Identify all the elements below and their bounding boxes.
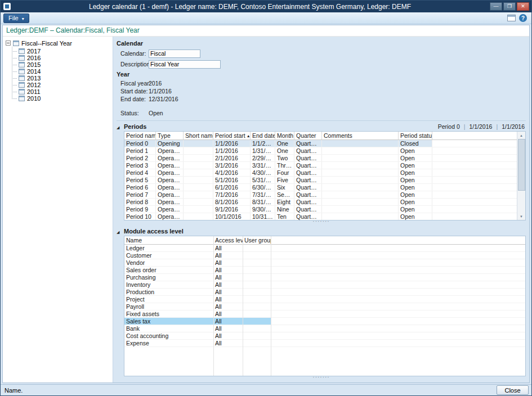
tree-year-label: 2013 [27,75,41,82]
scroll-thumb[interactable] [518,139,525,191]
grid-row-6[interactable]: Period 6Operating6/1/20166/30/2016SixQua… [124,184,525,191]
row-filler [432,206,525,213]
grid-row-6[interactable]: ProductionAll [124,289,525,296]
scroll-down-icon[interactable] [517,213,525,220]
grid-cell: Quarter 2 [294,177,322,183]
file-menu-button[interactable]: File [3,14,29,23]
grid-row-5[interactable]: Period 5Operating5/1/20165/31/2016FiveQu… [124,177,525,184]
tree-item-year-2013[interactable]: 2013 [19,75,113,82]
grid-cell: All [213,289,243,295]
tree-item-year-2017[interactable]: 2017 [19,48,113,55]
detail-panel: Calendar Calendar: Description: Year Fis… [113,37,529,382]
tree-item-year-2011[interactable]: 2011 [19,88,113,95]
tree-root-node[interactable]: Fiscal--Fiscal Year [6,39,113,47]
column-header-period-start[interactable]: Period start▲ [213,132,251,140]
grid-cell [243,245,271,251]
collapse-triangle-icon[interactable] [117,123,121,130]
grid-cell: Inventory [124,281,213,288]
column-header-type[interactable]: Type [156,132,184,140]
grid-cell: Period 9 [124,206,156,213]
column-header-name[interactable]: Name [124,236,213,244]
row-filler [271,245,525,251]
grid-cell: Ten [275,213,294,220]
tree-year-label: 2014 [27,68,41,75]
maximize-button[interactable]: ❐ [503,2,516,11]
grid-row-9[interactable]: Fixed assetsAll [124,310,525,318]
separator: | [496,123,498,130]
row-filler [271,340,525,346]
header-filler [271,236,525,244]
column-header-user-group[interactable]: User group [243,236,271,244]
grid-row-8[interactable]: PayrollAll [124,303,525,310]
close-window-button[interactable]: ✕ [517,2,529,11]
help-icon[interactable] [519,14,527,22]
grid-cell [243,289,271,295]
grid-cell [243,303,271,310]
grid-cell: Period 2 [124,155,156,161]
grid-row-1[interactable]: Period 1Operating1/1/20161/31/2016OneQua… [124,147,525,155]
collapse-triangle-icon[interactable] [117,228,121,235]
grid-row-10[interactable]: Period 10Operating10/1/201610/31/2016Ten… [124,213,525,220]
grid-row-4[interactable]: Period 4Operating4/1/20164/30/2016FourQu… [124,169,525,177]
grid-row-1[interactable]: CustomerAll [124,252,525,259]
grid-row-4[interactable]: PurchasingAll [124,274,525,281]
splitter-grip[interactable] [117,220,526,226]
scroll-up-icon[interactable] [517,132,525,139]
row-filler [271,332,525,339]
splitter-grip[interactable] [117,376,526,381]
grid-cell: 2/1/2016 [213,155,251,161]
toolbar-icons [507,14,529,22]
grid-row-5[interactable]: InventoryAll [124,281,525,289]
grid-cell: 5/1/2016 [213,177,251,183]
column-header-comments[interactable]: Comments [322,132,399,140]
grid-row-3[interactable]: Sales orderAll [124,267,525,274]
grid-row-0[interactable]: Period 0Opening1/1/20161/1/2016OneQuarte… [124,140,525,147]
tree-item-year-2016[interactable]: 2016 [19,55,113,61]
description-input[interactable] [149,60,221,69]
grid-row-8[interactable]: Period 8Operating8/1/20168/31/2016EightQ… [124,199,525,206]
column-header-quarter[interactable]: Quarter [294,132,322,140]
window-layout-icon[interactable] [507,15,516,21]
grid-row-3[interactable]: Period 3Operating3/1/20163/31/2016ThreeQ… [124,162,525,169]
grid-cell: 8/31/2016 [251,199,275,205]
tree-item-year-2012[interactable]: 2012 [19,82,113,88]
column-header-access-level[interactable]: Access level [213,236,243,244]
grid-cell: Operating [156,177,184,183]
column-header-period-status[interactable]: Period status [399,132,432,140]
grid-row-12[interactable]: Cost accountingAll [124,332,525,340]
grid-cell: 4/30/2016 [251,169,275,176]
grid-row-7[interactable]: ProjectAll [124,296,525,303]
calendar-icon [19,69,25,74]
grid-cell [184,184,213,191]
grid-row-9[interactable]: Period 9Operating9/1/20169/30/2016NineQu… [124,206,525,213]
grid-cell [184,177,213,183]
close-button[interactable]: Close [497,385,529,395]
grid-row-13[interactable]: ExpenseAll [124,340,525,347]
grid-row-11[interactable]: BankAll [124,325,525,332]
column-header-short-name[interactable]: Short name [184,132,213,140]
body-row: Fiscal--Fiscal Year 20172016201520142013… [3,36,529,382]
grid-row-2[interactable]: Period 2Operating2/1/20162/29/2016TwoQua… [124,155,525,162]
column-header-month[interactable]: Month [275,132,294,140]
collapse-toggle-icon[interactable] [6,40,11,46]
grid-cell: Four [275,169,294,176]
periods-scrollbar[interactable] [517,132,525,220]
column-header-end-date[interactable]: End date [251,132,275,140]
grid-row-0[interactable]: LedgerAll [124,245,525,252]
row-filler [432,169,525,176]
calendar-input[interactable] [149,50,200,58]
calendar-field-row: Calendar: [120,49,526,58]
grid-cell [243,267,271,273]
tree-year-label: 2010 [27,95,41,102]
column-header-period-name[interactable]: Period name [124,132,156,140]
grid-cell [243,296,271,303]
grid-row-7[interactable]: Period 7Operating7/1/20167/31/2016SevenQ… [124,191,525,199]
minimize-button[interactable]: — [490,2,502,11]
grid-row-2[interactable]: VendorAll [124,259,525,267]
tree-item-year-2010[interactable]: 2010 [19,95,113,102]
tree-item-year-2014[interactable]: 2014 [19,68,113,75]
grid-cell [184,206,213,213]
grid-cell [322,177,399,183]
grid-row-10[interactable]: Sales taxAll [124,318,525,325]
tree-item-year-2015[interactable]: 2015 [19,61,113,68]
